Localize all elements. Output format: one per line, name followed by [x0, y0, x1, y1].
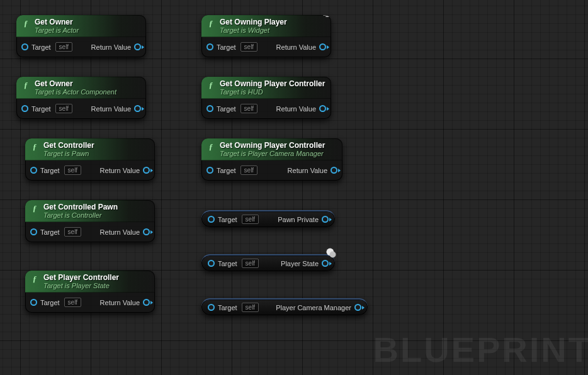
node-subtitle: Target is HUD	[220, 88, 325, 96]
pin-label: Target	[37, 299, 63, 306]
input-pin[interactable]: Targetself	[206, 104, 257, 113]
input-pin[interactable]: Targetself	[30, 227, 81, 237]
pin-label: Target	[215, 304, 240, 311]
pin-socket[interactable]	[206, 105, 213, 112]
blueprint-function-node[interactable]: ƒGet Controlled PawnTarget is Controller…	[25, 200, 155, 242]
pin-socket[interactable]	[30, 299, 37, 306]
pin-socket[interactable]	[30, 228, 37, 235]
node-header[interactable]: ƒGet ControllerTarget is Pawn	[25, 138, 155, 160]
node-body: TargetselfReturn Value	[201, 160, 342, 181]
blueprint-variable-node[interactable]: TargetselfPlayer State	[201, 254, 335, 271]
node-header[interactable]: ƒGet OwnerTarget is Actor	[16, 15, 146, 37]
node-header[interactable]: ƒGet Owning PlayerTarget is Widget	[201, 15, 331, 37]
node-header[interactable]: ƒGet Owning Player ControllerTarget is P…	[201, 138, 342, 160]
function-icon: ƒ	[21, 81, 30, 89]
function-icon: ƒ	[206, 142, 215, 151]
node-title: Get Owning Player Controller	[220, 80, 325, 88]
node-title: Get Player Controller	[43, 274, 119, 282]
pin-label: Target	[213, 43, 239, 51]
input-pin[interactable]: Targetself	[30, 165, 81, 175]
pin-socket[interactable]	[319, 43, 326, 50]
svg-point-5	[330, 252, 336, 258]
node-header[interactable]: ƒGet Player ControllerTarget is Player S…	[25, 271, 155, 293]
blueprint-variable-node[interactable]: TargetselfPlayer Camera Manager	[201, 298, 368, 315]
self-badge: self	[240, 104, 258, 113]
pin-socket[interactable]	[21, 105, 28, 112]
pin-socket[interactable]	[322, 216, 329, 223]
pin-socket[interactable]	[322, 260, 329, 267]
pin-socket[interactable]	[331, 167, 337, 174]
input-pin[interactable]: Targetself	[206, 165, 257, 175]
node-header[interactable]: ƒGet OwnerTarget is Actor Component	[16, 77, 146, 99]
pin-label: Pawn Private	[274, 216, 322, 223]
output-pin[interactable]: Player State	[278, 260, 329, 267]
pin-socket[interactable]	[206, 43, 213, 50]
input-pin[interactable]: Targetself	[208, 303, 259, 312]
function-icon: ƒ	[30, 204, 39, 213]
blueprint-function-node[interactable]: ƒGet ControllerTarget is PawnTargetselfR…	[25, 138, 155, 181]
input-pin[interactable]: Targetself	[21, 104, 72, 113]
pin-label: Return Value	[97, 299, 143, 306]
pin-socket[interactable]	[208, 260, 215, 267]
client-only-icon	[321, 15, 331, 20]
node-title: Get Controller	[43, 142, 94, 150]
node-header[interactable]: ƒGet Owning Player ControllerTarget is H…	[201, 77, 331, 99]
output-pin[interactable]: Player Camera Manager	[273, 304, 361, 311]
pin-label: Return Value	[88, 105, 134, 113]
pin-socket[interactable]	[208, 304, 215, 311]
function-icon: ƒ	[206, 81, 215, 89]
pin-socket[interactable]	[134, 43, 141, 50]
pin-socket[interactable]	[143, 299, 150, 306]
output-pin[interactable]: Return Value	[273, 43, 326, 51]
output-pin[interactable]: Return Value	[88, 43, 141, 51]
self-badge: self	[240, 165, 258, 175]
self-badge: self	[55, 104, 73, 113]
pin-socket[interactable]	[134, 105, 141, 112]
output-pin[interactable]: Return Value	[97, 299, 150, 306]
input-pin[interactable]: Targetself	[208, 215, 259, 224]
pin-label: Return Value	[97, 228, 143, 236]
blueprint-function-node[interactable]: ƒGet Player ControllerTarget is Player S…	[25, 271, 155, 313]
node-header[interactable]: ƒGet Controlled PawnTarget is Controller	[25, 200, 155, 222]
node-body: TargetselfReturn Value	[16, 99, 146, 119]
blueprint-function-node[interactable]: ƒGet Owning Player ControllerTarget is H…	[201, 77, 331, 119]
node-subtitle: Target is Player State	[43, 282, 119, 289]
output-pin[interactable]: Pawn Private	[274, 216, 329, 223]
pin-socket[interactable]	[143, 167, 150, 174]
node-title: Get Owning Player	[220, 18, 287, 26]
self-badge: self	[242, 303, 259, 312]
node-body: TargetselfReturn Value	[201, 99, 331, 119]
input-pin[interactable]: Targetself	[30, 298, 81, 307]
output-pin[interactable]: Return Value	[285, 167, 337, 174]
node-subtitle: Target is Pawn	[43, 150, 94, 157]
output-pin[interactable]: Return Value	[88, 105, 141, 113]
output-pin[interactable]: Return Value	[97, 167, 150, 174]
self-badge: self	[242, 215, 259, 224]
pin-socket[interactable]	[319, 105, 326, 112]
pin-label: Target	[213, 105, 239, 113]
output-pin[interactable]: Return Value	[273, 105, 326, 113]
blueprint-function-node[interactable]: ƒGet Owning PlayerTarget is WidgetTarget…	[201, 15, 331, 57]
self-badge: self	[64, 165, 82, 175]
blueprint-variable-node[interactable]: TargetselfPawn Private	[201, 210, 335, 227]
node-subtitle: Target is Widget	[220, 26, 287, 34]
input-pin[interactable]: Targetself	[208, 259, 259, 268]
pin-socket[interactable]	[208, 216, 215, 223]
pin-socket[interactable]	[30, 167, 37, 174]
input-pin[interactable]: Targetself	[206, 42, 257, 52]
pin-socket[interactable]	[143, 228, 150, 235]
node-subtitle: Target is Actor	[35, 26, 79, 34]
pin-socket[interactable]	[354, 304, 361, 311]
pin-socket[interactable]	[206, 167, 213, 174]
self-badge: self	[242, 259, 259, 268]
pin-socket[interactable]	[21, 43, 28, 50]
blueprint-function-node[interactable]: ƒGet Owning Player ControllerTarget is P…	[201, 138, 342, 181]
input-pin[interactable]: Targetself	[21, 42, 72, 52]
node-body: TargetselfReturn Value	[25, 293, 155, 313]
blueprint-function-node[interactable]: ƒGet OwnerTarget is Actor ComponentTarge…	[16, 77, 146, 119]
output-pin[interactable]: Return Value	[97, 228, 150, 236]
node-subtitle: Target is Player Camera Manager	[220, 150, 325, 157]
blueprint-function-node[interactable]: ƒGet OwnerTarget is ActorTargetselfRetur…	[16, 15, 146, 57]
pin-label: Target	[37, 228, 63, 236]
function-icon: ƒ	[30, 274, 39, 283]
